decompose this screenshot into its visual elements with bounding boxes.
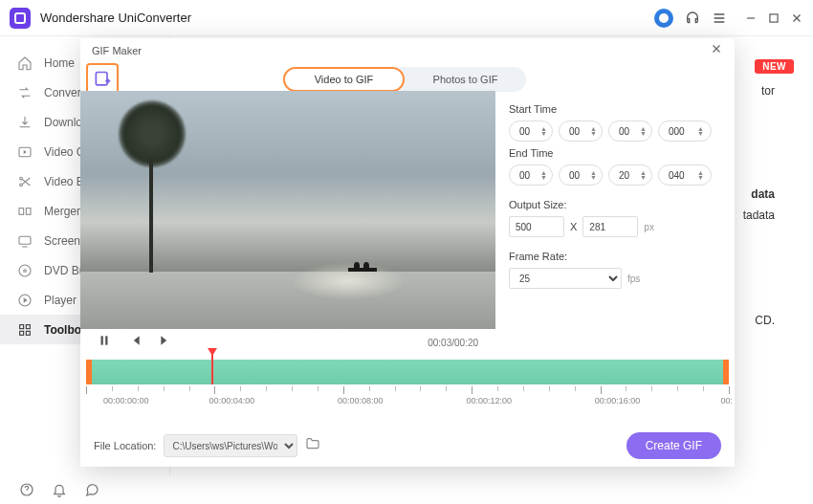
toolbox-icon (17, 322, 33, 338)
record-icon (17, 233, 33, 249)
compress-icon (17, 144, 33, 160)
svg-rect-13 (26, 331, 30, 335)
range-handle-left[interactable] (86, 360, 92, 384)
timeline-label: 00:00:00:00 (103, 396, 149, 405)
minimize-button[interactable] (744, 11, 758, 25)
svg-rect-0 (770, 13, 778, 21)
bg-text: tadata (743, 208, 775, 222)
bg-text: data (751, 187, 775, 201)
svg-rect-17 (105, 336, 107, 344)
start-m-input[interactable] (569, 126, 590, 137)
stepper-arrows[interactable]: ▲▼ (697, 170, 704, 180)
timeline-label: 00: (720, 396, 733, 405)
home-icon (17, 55, 33, 71)
stepper-arrows[interactable]: ▲▼ (590, 170, 597, 180)
start-s-stepper[interactable]: ▲▼ (608, 121, 652, 142)
tab-video-to-gif[interactable]: Video to GIF (283, 67, 405, 92)
mode-tabs: Video to GIF Photos to GIF (283, 67, 526, 92)
modal-title: GIF Maker (92, 45, 710, 56)
menu-icon[interactable] (712, 11, 727, 26)
start-s-input[interactable] (619, 126, 640, 137)
end-s-stepper[interactable]: ▲▼ (608, 164, 652, 186)
scissors-icon (17, 174, 33, 189)
disc-icon (17, 263, 33, 278)
sidebar-label: Home (44, 56, 75, 70)
bell-icon[interactable] (52, 482, 67, 497)
video-preview[interactable] (80, 91, 495, 329)
title-bar: Wondershare UniConverter (0, 0, 813, 36)
start-m-stepper[interactable]: ▲▼ (559, 121, 603, 142)
new-badge: NEW (755, 59, 794, 74)
start-ms-stepper[interactable]: ▲▼ (658, 121, 712, 142)
stepper-arrows[interactable]: ▲▼ (590, 126, 597, 136)
bg-text: tor (761, 84, 775, 98)
timeline-label: 00:00:08:00 (338, 396, 384, 405)
headset-icon[interactable] (685, 11, 700, 26)
stepper-arrows[interactable]: ▲▼ (640, 126, 647, 136)
playhead[interactable] (211, 352, 213, 384)
svg-rect-11 (26, 324, 30, 328)
end-h-input[interactable] (519, 170, 540, 181)
pause-button[interactable] (98, 334, 111, 351)
frame-rate-label: Frame Rate: (509, 251, 725, 262)
tab-photos-to-gif[interactable]: Photos to GIF (405, 67, 526, 92)
px-unit: px (644, 222, 654, 232)
fps-unit: fps (627, 274, 640, 284)
end-m-input[interactable] (569, 170, 590, 181)
user-avatar[interactable] (654, 9, 673, 28)
download-icon (17, 115, 33, 130)
browse-folder-button[interactable] (305, 436, 320, 455)
sidebar-label: Player (44, 294, 77, 307)
prev-frame-button[interactable] (128, 334, 142, 351)
bg-text: CD. (755, 314, 775, 327)
svg-point-8 (24, 269, 27, 272)
timeline-label: 00:00:16:00 (595, 396, 641, 405)
width-input[interactable] (509, 216, 564, 237)
output-size-label: Output Size: (509, 199, 725, 210)
create-gif-button[interactable]: Create GIF (626, 432, 721, 459)
svg-rect-15 (96, 73, 107, 85)
height-input[interactable] (582, 216, 638, 237)
stepper-arrows[interactable]: ▲▼ (540, 170, 547, 180)
feedback-icon[interactable] (84, 482, 99, 497)
modal-close-button[interactable] (710, 42, 723, 59)
timeline-track[interactable] (86, 360, 729, 384)
close-button[interactable] (790, 11, 803, 25)
start-h-input[interactable] (519, 126, 540, 137)
next-frame-button[interactable] (159, 334, 172, 351)
app-logo (10, 8, 31, 29)
timeline-label: 00:00:04:00 (209, 396, 255, 405)
end-time-label: End Time (509, 147, 725, 159)
svg-point-2 (20, 177, 23, 180)
range-handle-right[interactable] (723, 360, 729, 384)
start-time-label: Start Time (509, 103, 725, 115)
stepper-arrows[interactable]: ▲▼ (640, 170, 647, 180)
end-s-input[interactable] (619, 170, 640, 181)
end-ms-stepper[interactable]: ▲▼ (658, 164, 712, 186)
frame-rate-select[interactable]: 25 (509, 268, 622, 289)
convert-icon (17, 85, 33, 100)
end-h-stepper[interactable]: ▲▼ (509, 164, 553, 186)
file-location-select[interactable]: C:\Users\ws\Pictures\Wonders (164, 434, 297, 457)
help-icon[interactable] (19, 482, 34, 497)
sidebar-label: Merger (44, 205, 80, 218)
end-m-stepper[interactable]: ▲▼ (559, 164, 603, 186)
play-icon (17, 293, 33, 308)
svg-rect-5 (26, 208, 31, 214)
timeline-label: 00:00:12:00 (466, 396, 512, 405)
stepper-arrows[interactable]: ▲▼ (697, 126, 704, 136)
svg-point-7 (19, 265, 31, 276)
maximize-button[interactable] (767, 11, 780, 25)
stepper-arrows[interactable]: ▲▼ (540, 126, 547, 136)
start-h-stepper[interactable]: ▲▼ (509, 121, 553, 142)
app-title: Wondershare UniConverter (40, 11, 654, 25)
svg-rect-10 (20, 324, 24, 328)
playback-time: 00:03/00:20 (428, 338, 478, 348)
end-ms-input[interactable] (669, 170, 697, 181)
svg-rect-16 (101, 336, 103, 344)
start-ms-input[interactable] (669, 126, 697, 137)
merge-icon (17, 204, 33, 219)
bottom-bar (0, 475, 99, 504)
modal-footer: File Location: C:\Users\ws\Pictures\Wond… (80, 425, 735, 467)
gif-maker-modal: GIF Maker Video to GIF Photos to GIF 00:… (80, 38, 735, 467)
